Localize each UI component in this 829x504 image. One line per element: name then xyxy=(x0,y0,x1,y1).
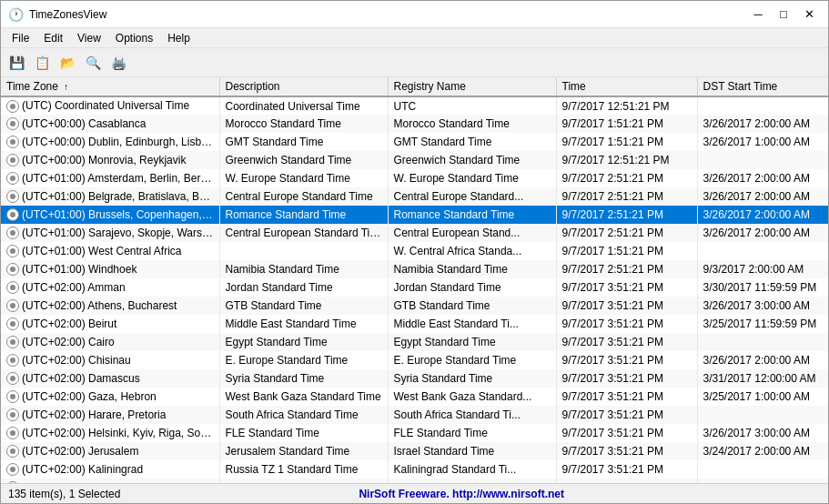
cell-description: West Bank Gaza Standard Time xyxy=(219,388,388,406)
cell-description: GTB Standard Time xyxy=(219,297,388,315)
menu-help[interactable]: Help xyxy=(160,30,197,46)
table-row[interactable]: (UTC+01:00) WindhoekNamibia Standard Tim… xyxy=(1,260,828,278)
cell-dst: 3/30/2017 11:59:59 PM xyxy=(697,278,828,297)
cell-dst xyxy=(697,406,828,424)
cell-time: 9/7/2017 1:51:21 PM xyxy=(556,133,697,151)
cell-dst: 3/26/2017 1:00:00 AM xyxy=(697,133,828,151)
cell-registry: FLE Standard Time xyxy=(388,424,556,442)
cell-description: E. Europe Standard Time xyxy=(219,351,388,369)
toolbar: 💾 📋 📂 🔍 🖨️ xyxy=(1,48,828,77)
table-row[interactable]: (UTC+02:00) AmmanJordan Standard TimeJor… xyxy=(1,278,828,297)
toolbar-print[interactable]: 🖨️ xyxy=(106,52,130,74)
cell-timezone: (UTC+02:00) Jerusalem xyxy=(1,442,219,460)
table-row[interactable]: (UTC+02:00) Helsinki, Kyiv, Riga, Sofia,… xyxy=(1,424,828,442)
col-header-time[interactable]: Time xyxy=(556,77,697,96)
table-row[interactable]: (UTC+01:00) Sarajevo, Skopje, Warsaw, Za… xyxy=(1,224,828,242)
cell-description: Central Europe Standard Time xyxy=(219,187,388,206)
cell-registry: Syria Standard Time xyxy=(388,369,556,388)
table-row[interactable]: (UTC+01:00) Amsterdam, Berlin, Bern, Ro.… xyxy=(1,169,828,187)
minimize-button[interactable]: ─ xyxy=(746,5,770,24)
col-header-description[interactable]: Description xyxy=(219,77,388,96)
cell-timezone: (UTC+02:00) Athens, Bucharest xyxy=(1,297,219,315)
cell-description: South Africa Standard Time xyxy=(219,406,388,424)
toolbar-copy[interactable]: 📋 xyxy=(30,52,54,74)
table-row[interactable]: (UTC+01:00) Belgrade, Bratislava, Budape… xyxy=(1,187,828,206)
cell-dst xyxy=(697,151,828,169)
cell-timezone: (UTC+00:00) Monrovia, Reykjavik xyxy=(1,151,219,169)
table-row[interactable]: (UTC+00:00) CasablancaMorocco Standard T… xyxy=(1,115,828,133)
cell-timezone: (UTC+02:00) Chisinau xyxy=(1,351,219,369)
col-header-registry[interactable]: Registry Name xyxy=(388,77,556,96)
cell-registry: West Bank Gaza Standard... xyxy=(388,388,556,406)
table-row[interactable]: (UTC) Coordinated Universal TimeCoordina… xyxy=(1,96,828,115)
table-row[interactable]: (UTC+02:00) KaliningradRussia TZ 1 Stand… xyxy=(1,460,828,479)
cell-description: Namibia Standard Time xyxy=(219,260,388,278)
cell-dst xyxy=(697,333,828,351)
cell-registry: Jordan Standard Time xyxy=(388,278,556,297)
cell-timezone: (UTC+01:00) Amsterdam, Berlin, Bern, Ro.… xyxy=(1,169,219,187)
timezone-icon xyxy=(6,117,19,130)
menu-options[interactable]: Options xyxy=(108,30,160,46)
toolbar-search[interactable]: 🔍 xyxy=(81,52,105,74)
cell-description: W. Europe Standard Time xyxy=(219,169,388,187)
cell-registry: W. Central Africa Standa... xyxy=(388,242,556,260)
toolbar-save[interactable]: 💾 xyxy=(5,52,28,74)
table-row[interactable]: (UTC+02:00) BeirutMiddle East Standard T… xyxy=(1,315,828,333)
main-window: 🕐 TimeZonesView ─ □ ✕ File Edit View Opt… xyxy=(0,0,829,504)
cell-time: 9/7/2017 1:51:21 PM xyxy=(556,242,697,260)
maximize-button[interactable]: □ xyxy=(772,5,795,24)
table-row[interactable]: (UTC+03:00) TripoliLibya Standard TimeLi… xyxy=(1,479,828,483)
table-row[interactable]: (UTC+01:00) Brussels, Copenhagen, Madri.… xyxy=(1,206,828,224)
toolbar-open[interactable]: 📂 xyxy=(56,52,79,74)
table-container[interactable]: Time Zone ↑ Description Registry Name Ti… xyxy=(1,77,828,483)
status-count: 135 item(s), 1 Selected xyxy=(8,488,120,500)
cell-registry: GMT Standard Time xyxy=(388,133,556,151)
table-row[interactable]: (UTC+02:00) JerusalemJerusalem Standard … xyxy=(1,442,828,460)
timezone-icon xyxy=(6,336,19,348)
cell-timezone: (UTC+01:00) Brussels, Copenhagen, Madri.… xyxy=(1,206,219,224)
menu-file[interactable]: File xyxy=(5,30,36,46)
window-title: TimeZonesView xyxy=(29,8,106,21)
cell-dst xyxy=(697,479,828,483)
cell-description: Coordinated Universal Time xyxy=(219,96,388,115)
table-row[interactable]: (UTC+02:00) Gaza, HebronWest Bank Gaza S… xyxy=(1,388,828,406)
table-row[interactable]: (UTC+01:00) West Central AfricaW. Centra… xyxy=(1,242,828,260)
cell-registry: Middle East Standard Ti... xyxy=(388,315,556,333)
cell-timezone: (UTC+02:00) Harare, Pretoria xyxy=(1,406,219,424)
cell-registry: Central Europe Standard... xyxy=(388,187,556,206)
cell-dst: 3/26/2017 2:00:00 AM xyxy=(697,187,828,206)
cell-dst xyxy=(697,242,828,260)
status-branding: NirSoft Freeware. http://www.nirsoft.net xyxy=(359,488,564,500)
cell-description: Libya Standard Time xyxy=(219,479,388,483)
cell-timezone: (UTC) Coordinated Universal Time xyxy=(1,96,219,115)
menu-view[interactable]: View xyxy=(70,30,108,46)
cell-registry: Israel Standard Time xyxy=(388,442,556,460)
close-button[interactable]: ✕ xyxy=(797,5,821,24)
cell-description: Greenwich Standard Time xyxy=(219,151,388,169)
col-header-dst[interactable]: DST Start Time xyxy=(697,77,828,96)
cell-registry: Libya Standard Time xyxy=(388,479,556,483)
table-row[interactable]: (UTC+02:00) ChisinauE. Europe Standard T… xyxy=(1,351,828,369)
cell-dst: 3/26/2017 3:00:00 AM xyxy=(697,297,828,315)
app-icon: 🕐 xyxy=(8,7,24,22)
timezone-icon xyxy=(6,463,19,476)
menu-edit[interactable]: Edit xyxy=(36,30,70,46)
timezone-icon xyxy=(6,372,19,385)
table-body: (UTC) Coordinated Universal TimeCoordina… xyxy=(1,96,828,483)
table-row[interactable]: (UTC+02:00) DamascusSyria Standard TimeS… xyxy=(1,369,828,388)
timezone-icon xyxy=(6,208,19,221)
table-row[interactable]: (UTC+02:00) Harare, PretoriaSouth Africa… xyxy=(1,406,828,424)
table-row[interactable]: (UTC+00:00) Dublin, Edinburgh, Lisbon, L… xyxy=(1,133,828,151)
table-row[interactable]: (UTC+02:00) Athens, BucharestGTB Standar… xyxy=(1,297,828,315)
cell-description: Syria Standard Time xyxy=(219,369,388,388)
title-bar: 🕐 TimeZonesView ─ □ ✕ xyxy=(1,1,828,28)
col-header-timezone[interactable]: Time Zone ↑ xyxy=(1,77,219,96)
cell-timezone: (UTC+02:00) Helsinki, Kyiv, Riga, Sofia,… xyxy=(1,424,219,442)
timezone-icon xyxy=(6,154,19,166)
cell-timezone: (UTC+01:00) Windhoek xyxy=(1,260,219,278)
cell-dst: 3/26/2017 2:00:00 AM xyxy=(697,115,828,133)
timezone-icon xyxy=(6,172,19,185)
table-row[interactable]: (UTC+02:00) CairoEgypt Standard TimeEgyp… xyxy=(1,333,828,351)
timezone-icon xyxy=(6,390,19,403)
table-row[interactable]: (UTC+00:00) Monrovia, ReykjavikGreenwich… xyxy=(1,151,828,169)
